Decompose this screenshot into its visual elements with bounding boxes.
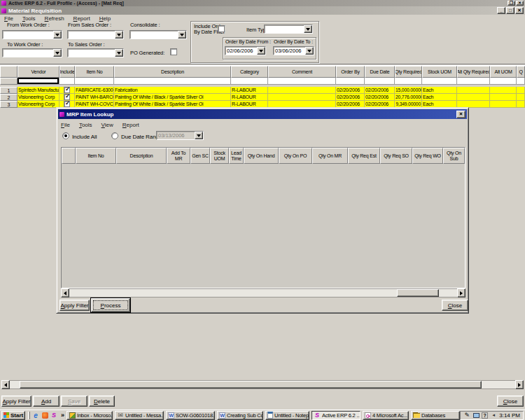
grid-cell-include[interactable] bbox=[59, 94, 75, 101]
restore-icon[interactable]: ❐ bbox=[507, 1, 515, 6]
dialog-process-button[interactable]: Process bbox=[91, 298, 130, 312]
chevron-down-icon[interactable] bbox=[53, 49, 62, 57]
mrp-col-qty-req-est[interactable]: Qty Req Est bbox=[348, 148, 380, 164]
include-checkbox[interactable] bbox=[64, 87, 70, 93]
close-icon[interactable]: ✕ bbox=[515, 7, 524, 14]
scroll-right-icon[interactable] bbox=[515, 380, 524, 389]
menu-file[interactable]: File bbox=[4, 15, 13, 22]
grid-col-include[interactable]: Include bbox=[59, 66, 75, 78]
grid-cell-category[interactable]: R-LABOUR bbox=[231, 94, 268, 101]
grid-cell-order_by[interactable]: 02/20/2006 bbox=[336, 94, 365, 101]
dialog-menu-file[interactable]: File bbox=[61, 122, 70, 128]
grid-cell-alt_uom[interactable] bbox=[490, 87, 517, 94]
grid-cell-q[interactable] bbox=[517, 101, 525, 108]
grid-cell-q[interactable] bbox=[517, 87, 525, 94]
mrp-col-qty-on-hand[interactable]: Qty On Hand bbox=[244, 148, 279, 164]
mrp-horizontal-scrollbar[interactable] bbox=[61, 288, 465, 298]
main-horizontal-scrollbar[interactable] bbox=[1, 380, 524, 389]
menu-report[interactable]: Report bbox=[74, 15, 90, 22]
mrp-col-qty-on-po[interactable]: Qty On PO bbox=[279, 148, 312, 164]
scrollbar-thumb[interactable] bbox=[20, 381, 482, 388]
help-tray-icon[interactable] bbox=[482, 412, 488, 419]
grid-cell-q[interactable] bbox=[517, 94, 525, 101]
grid-cell-alt_qty_required[interactable] bbox=[457, 94, 490, 101]
grid-col-order-by[interactable]: Order By bbox=[336, 66, 365, 78]
mrp-col-item-no[interactable]: Item No bbox=[76, 148, 116, 164]
taskbar-button-word[interactable]: Creating Sub Co... bbox=[217, 411, 263, 420]
mrp-col-add-to-mr[interactable]: Add To MR bbox=[167, 148, 190, 164]
from-sales-order-combo[interactable] bbox=[67, 30, 124, 39]
grid-filter-cell[interactable] bbox=[59, 78, 75, 85]
grid-filter-cell[interactable] bbox=[114, 78, 231, 85]
grid-cell-due_date[interactable]: 02/20/2006 bbox=[365, 94, 395, 101]
taskbar-button-outlook[interactable]: Inbox - Microso... bbox=[66, 411, 113, 420]
grid-col-vendor[interactable]: Vendor bbox=[18, 66, 59, 78]
grid-cell-category[interactable]: R-LABOUR bbox=[231, 87, 268, 94]
grid-col-stock-uom[interactable]: Stock UOM bbox=[422, 66, 457, 78]
pen-tray-icon[interactable] bbox=[463, 412, 470, 419]
grid-col-q[interactable]: Q bbox=[517, 66, 525, 78]
scroll-left-icon[interactable] bbox=[1, 380, 10, 389]
mrp-col-lead-time[interactable]: Lead Time bbox=[229, 148, 244, 164]
grid-filter-cell[interactable] bbox=[395, 78, 422, 85]
grid-cell-alt_qty_required[interactable] bbox=[457, 87, 490, 94]
save-button[interactable]: Save bbox=[61, 396, 88, 407]
order-by-date-from-combo[interactable]: 02/06/2006 bbox=[225, 46, 266, 55]
grid-filter-cell[interactable] bbox=[0, 78, 18, 85]
due-date-range-radio[interactable] bbox=[111, 132, 118, 139]
grid-cell-stock_uom[interactable]: Each bbox=[422, 87, 457, 94]
maximize-icon[interactable]: □ bbox=[506, 7, 514, 14]
mrp-col-qty-req-so[interactable]: Qty Req SO bbox=[380, 148, 412, 164]
close-icon[interactable]: ✕ bbox=[456, 111, 465, 118]
grid-col-rowhdr[interactable] bbox=[0, 66, 18, 78]
table-row[interactable]: 1Spintech ManufactuFABRICATE-630002-WFab… bbox=[0, 87, 525, 94]
internet-explorer-icon[interactable] bbox=[32, 412, 39, 419]
include-checkbox[interactable] bbox=[64, 94, 70, 100]
from-work-order-combo[interactable] bbox=[2, 30, 62, 39]
taskbar-button-access[interactable]: 4 Microsoft Ac... bbox=[363, 411, 409, 420]
dialog-menu-view[interactable]: View bbox=[102, 122, 113, 128]
item-type-combo[interactable] bbox=[264, 24, 313, 34]
chevron-down-icon[interactable] bbox=[53, 31, 62, 38]
grid-cell-item_no[interactable]: PAINT WH-BARC024-F bbox=[75, 94, 114, 101]
grid-filter-cell[interactable] bbox=[231, 78, 268, 85]
menu-tools[interactable]: Tools bbox=[22, 15, 36, 22]
apply-filter-button[interactable]: Apply Filter bbox=[1, 396, 31, 407]
grid-filter-cell[interactable] bbox=[457, 78, 490, 85]
chevron-down-icon[interactable] bbox=[305, 47, 314, 55]
chevron-down-icon[interactable] bbox=[304, 25, 312, 33]
delete-button[interactable]: Delete bbox=[89, 396, 115, 407]
grid-filter-cell[interactable] bbox=[517, 78, 525, 85]
mrp-col-qty-req-wo[interactable]: Qty Req WO bbox=[412, 148, 443, 164]
active-erp-icon[interactable] bbox=[50, 412, 57, 419]
taskbar-button-word[interactable]: SOW-G0601018... bbox=[166, 411, 215, 420]
dialog-close-button[interactable]: Close bbox=[442, 300, 468, 311]
grid-cell-order_by[interactable]: 02/20/2006 bbox=[336, 87, 365, 94]
scroll-right-icon[interactable] bbox=[457, 288, 465, 298]
grid-cell-description[interactable]: Fabrication bbox=[114, 87, 231, 94]
grid-col-comment[interactable]: Comment bbox=[268, 66, 336, 78]
mrp-col-qty-on-sub[interactable]: Qty On Sub bbox=[443, 148, 465, 164]
grid-col-qty-required[interactable]: Qty Required bbox=[395, 66, 422, 78]
chevron-down-icon[interactable] bbox=[115, 31, 123, 38]
taskbar-button-folder[interactable]: Databases bbox=[411, 411, 460, 420]
po-generated-checkbox[interactable] bbox=[170, 48, 177, 55]
grid-cell-vendor[interactable]: Visioneering Corp bbox=[18, 101, 59, 108]
grid-cell-vendor[interactable]: Spintech Manufactu bbox=[18, 87, 59, 94]
to-sales-order-combo[interactable] bbox=[67, 48, 124, 57]
taskbar-button-mail[interactable]: Untitled - Messa... bbox=[115, 411, 164, 420]
start-button[interactable]: Start bbox=[1, 411, 25, 420]
grid-cell-qty_required[interactable]: 15,000.00000 bbox=[395, 87, 422, 94]
toolbar-grip[interactable] bbox=[28, 412, 30, 419]
grid-col-category[interactable]: Category bbox=[231, 66, 268, 78]
grid-col-due-date[interactable]: Due Date bbox=[365, 66, 395, 78]
grid-cell-vendor[interactable]: Visioneering Corp bbox=[18, 94, 59, 101]
chevron-down-icon[interactable] bbox=[195, 132, 203, 139]
app2-icon[interactable] bbox=[42, 412, 48, 419]
main-close-button[interactable]: Close bbox=[497, 396, 524, 407]
display-tray-icon[interactable] bbox=[473, 413, 479, 418]
chevron-down-icon[interactable] bbox=[178, 31, 186, 38]
grid-filter-cell-selected[interactable] bbox=[18, 78, 59, 85]
grid-cell-due_date[interactable]: 02/20/2006 bbox=[365, 87, 395, 94]
grid-cell-alt_uom[interactable] bbox=[490, 94, 517, 101]
